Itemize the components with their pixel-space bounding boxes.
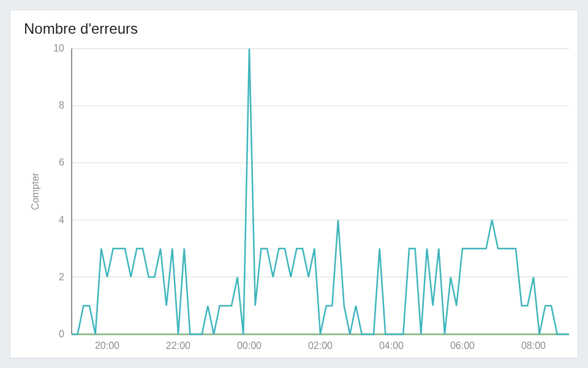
y-tick-label: 8 — [59, 100, 64, 110]
chart-card: Nombre d'erreurs 0246810Compter20:0022:0… — [10, 10, 578, 358]
line-chart[interactable]: 0246810Compter20:0022:0000:0002:0004:000… — [10, 10, 579, 359]
x-tick-label: 20:00 — [95, 340, 119, 351]
x-tick-label: 08:00 — [521, 340, 546, 351]
y-tick-label: 0 — [59, 329, 64, 339]
y-axis-title: Compter — [30, 172, 40, 210]
y-tick-label: 6 — [59, 157, 64, 167]
x-tick-label: 02:00 — [308, 340, 333, 351]
x-tick-label: 04:00 — [379, 340, 404, 351]
x-tick-label: 00:00 — [237, 340, 262, 351]
y-tick-label: 4 — [59, 215, 64, 225]
x-tick-label: 06:00 — [450, 340, 475, 351]
y-tick-label: 2 — [59, 272, 64, 282]
x-tick-label: 22:00 — [166, 340, 190, 351]
series-line-errors — [72, 48, 569, 334]
y-tick-label: 10 — [53, 43, 64, 53]
